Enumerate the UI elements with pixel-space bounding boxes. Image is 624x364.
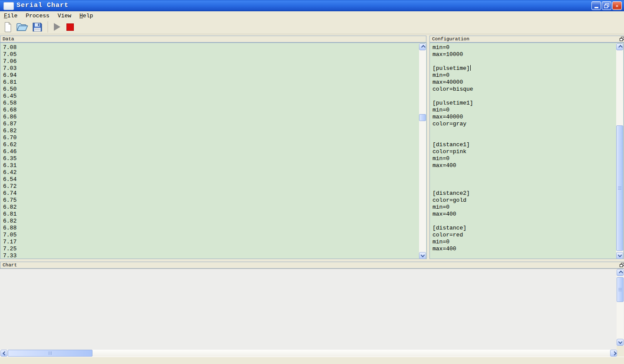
scroll-thumb[interactable] bbox=[617, 277, 624, 302]
text-line: 6.81 bbox=[3, 211, 17, 218]
text-line: 6.81 bbox=[3, 79, 17, 86]
text-line: color=gold bbox=[433, 197, 473, 204]
chart-panel[interactable] bbox=[0, 269, 624, 350]
text-line: [distance] bbox=[433, 225, 473, 232]
chevron-down-icon bbox=[420, 253, 425, 257]
text-line: 7.25 bbox=[3, 246, 17, 253]
configuration-panel[interactable]: min=0max=10000[pulsetime]min=0max=40000c… bbox=[429, 43, 624, 259]
text-line: min=0 bbox=[433, 72, 473, 79]
stop-icon bbox=[66, 23, 74, 31]
text-line: color=pink bbox=[433, 148, 473, 155]
chevron-down-icon bbox=[617, 253, 622, 257]
data-panel[interactable]: 7.087.057.067.036.946.816.506.456.586.68… bbox=[0, 43, 427, 259]
data-panel-header[interactable]: Data bbox=[0, 36, 426, 43]
text-line: 7.17 bbox=[3, 239, 17, 246]
text-line bbox=[433, 218, 473, 225]
text-line: 6.82 bbox=[3, 218, 17, 225]
chart-panel-header[interactable]: Chart bbox=[0, 262, 624, 269]
horizontal-scrollbar[interactable] bbox=[0, 350, 624, 357]
text-line: min=0 bbox=[433, 239, 473, 246]
scroll-thumb[interactable] bbox=[419, 114, 426, 121]
new-file-icon bbox=[3, 22, 12, 33]
float-window-icon[interactable] bbox=[620, 37, 624, 41]
title-bar[interactable]: Serial Chart ✕ bbox=[0, 0, 624, 11]
text-line bbox=[433, 183, 473, 190]
text-line: 7.08 bbox=[3, 44, 17, 51]
new-file-button[interactable] bbox=[3, 22, 12, 33]
text-line: 7.05 bbox=[3, 51, 17, 58]
text-line: color=red bbox=[433, 232, 473, 239]
text-line: 6.74 bbox=[3, 190, 17, 197]
thumb-grip bbox=[618, 288, 622, 291]
scroll-thumb[interactable] bbox=[8, 350, 92, 357]
text-line: max=10000 bbox=[433, 51, 473, 58]
scroll-right-button[interactable] bbox=[610, 350, 617, 357]
stop-button[interactable] bbox=[66, 23, 74, 31]
restore-button[interactable] bbox=[602, 1, 611, 10]
save-file-button[interactable] bbox=[32, 22, 43, 32]
scroll-thumb[interactable] bbox=[616, 125, 623, 251]
menu-bar: FileProcessViewHelp bbox=[0, 11, 624, 20]
text-line: 6.31 bbox=[3, 162, 17, 169]
scroll-down-button[interactable] bbox=[419, 252, 426, 259]
scroll-up-button[interactable] bbox=[616, 43, 623, 50]
menu-item-view[interactable]: View bbox=[55, 12, 74, 20]
text-line: 6.82 bbox=[3, 204, 17, 211]
scrollbar-corner bbox=[617, 350, 624, 357]
text-line bbox=[433, 169, 473, 176]
minimize-icon bbox=[594, 7, 598, 8]
scroll-down-button[interactable] bbox=[616, 252, 623, 259]
minimize-button[interactable] bbox=[591, 1, 601, 10]
text-line: [distance1] bbox=[433, 141, 473, 148]
text-line: 7.05 bbox=[3, 232, 17, 239]
chevron-down-icon bbox=[618, 340, 622, 344]
chart-panel-title: Chart bbox=[3, 262, 17, 268]
scroll-up-button[interactable] bbox=[419, 43, 426, 50]
text-line bbox=[433, 128, 473, 134]
window-controls: ✕ bbox=[591, 1, 622, 10]
chart-vertical-scrollbar[interactable] bbox=[617, 269, 624, 346]
scroll-down-button[interactable] bbox=[617, 339, 624, 346]
text-line: 6.86 bbox=[3, 114, 17, 121]
text-line: [pulsetime] bbox=[433, 65, 473, 72]
scroll-left-button[interactable] bbox=[0, 350, 7, 357]
text-line: 6.72 bbox=[3, 183, 17, 190]
run-button[interactable] bbox=[54, 23, 60, 31]
menu-item-process[interactable]: Process bbox=[23, 12, 53, 20]
configuration-panel-title: Configuration bbox=[432, 36, 469, 42]
config-vertical-scrollbar[interactable] bbox=[616, 43, 623, 258]
menu-item-help[interactable]: Help bbox=[76, 12, 96, 20]
text-line bbox=[433, 58, 473, 65]
text-line: max=400 bbox=[433, 162, 473, 169]
text-line: 6.82 bbox=[3, 128, 17, 134]
close-button[interactable]: ✕ bbox=[612, 1, 622, 10]
float-window-icon[interactable] bbox=[620, 263, 624, 267]
menu-item-file[interactable]: File bbox=[1, 12, 20, 20]
chevron-up-icon bbox=[618, 270, 623, 275]
text-line: min=0 bbox=[433, 107, 473, 114]
text-line: color=bisque bbox=[433, 86, 473, 93]
text-line: 6.70 bbox=[3, 134, 17, 141]
text-line: 6.54 bbox=[3, 176, 17, 183]
open-file-button[interactable] bbox=[16, 22, 28, 32]
thumb-grip bbox=[49, 351, 52, 355]
run-icon bbox=[54, 23, 60, 31]
app-icon bbox=[3, 2, 14, 10]
text-line: 6.35 bbox=[3, 155, 17, 162]
window-title: Serial Chart bbox=[17, 2, 69, 9]
text-line: max=400 bbox=[433, 211, 473, 218]
text-line: color=gray bbox=[433, 121, 473, 128]
config-text[interactable]: min=0max=10000[pulsetime]min=0max=40000c… bbox=[433, 44, 473, 253]
scroll-up-button[interactable] bbox=[617, 269, 624, 276]
data-text[interactable]: 7.087.057.067.036.946.816.506.456.586.68… bbox=[3, 44, 17, 259]
text-line bbox=[433, 176, 473, 183]
configuration-panel-header[interactable]: Configuration bbox=[429, 36, 624, 43]
text-line: 7.03 bbox=[3, 65, 17, 72]
data-panel-title: Data bbox=[3, 36, 14, 42]
text-line: [distance2] bbox=[433, 190, 473, 197]
data-vertical-scrollbar[interactable] bbox=[419, 43, 426, 258]
text-line: 6.58 bbox=[3, 100, 17, 107]
text-line: 6.88 bbox=[3, 225, 17, 232]
text-line bbox=[433, 134, 473, 141]
scrollbar-corner bbox=[617, 346, 624, 350]
